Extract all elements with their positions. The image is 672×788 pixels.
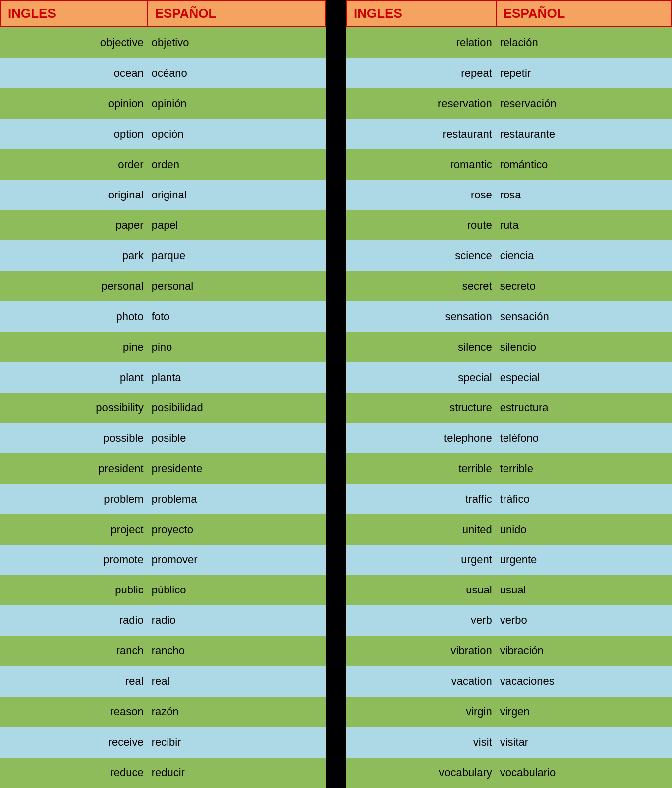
- left-table-row: orderorden: [0, 149, 326, 180]
- right-table-section: INGLES ESPAÑOL relationrelaciónrepeatrep…: [346, 0, 672, 788]
- right-table-row: scienceciencia: [346, 240, 672, 271]
- right-table-row: traffictráfico: [346, 484, 672, 514]
- left-table-body: objectiveobjetivooceanocéanoopinionopini…: [0, 27, 326, 788]
- right-table-row: unitedunido: [346, 514, 672, 545]
- right-cell-english: urgent: [346, 545, 496, 575]
- right-cell-spanish: vacaciones: [496, 666, 672, 697]
- left-cell-english: possible: [0, 423, 148, 453]
- left-table-row: projectproyecto: [0, 514, 326, 545]
- left-cell-english: park: [0, 240, 148, 271]
- left-cell-english: reduce: [0, 758, 148, 788]
- left-cell-spanish: promover: [148, 545, 326, 575]
- right-table-row: vocabularyvocabulario: [346, 758, 672, 788]
- right-cell-spanish: restaurante: [496, 119, 672, 149]
- right-cell-english: traffic: [346, 484, 496, 514]
- left-table-row: oceanocéano: [0, 58, 326, 89]
- right-table-row: sensationsensación: [346, 301, 672, 332]
- left-table-row: realreal: [0, 666, 326, 697]
- left-table-row: radioradio: [0, 605, 326, 636]
- right-cell-english: route: [346, 210, 496, 240]
- left-table-row: plantplanta: [0, 362, 326, 393]
- left-table-row: opinionopinión: [0, 88, 326, 119]
- left-cell-english: ranch: [0, 636, 148, 666]
- right-cell-english: secret: [346, 271, 496, 301]
- right-cell-english: verb: [346, 605, 496, 636]
- right-cell-english: vibration: [346, 636, 496, 666]
- right-cell-spanish: unido: [496, 514, 672, 545]
- page-container: INGLES ESPAÑOL objectiveobjetivooceanocé…: [0, 0, 672, 788]
- left-table-row: photofoto: [0, 301, 326, 332]
- right-cell-english: relation: [346, 27, 496, 58]
- left-cell-english: possibility: [0, 393, 148, 423]
- right-cell-english: reservation: [346, 88, 496, 119]
- right-cell-english: restaurant: [346, 119, 496, 149]
- right-header-english: INGLES: [346, 0, 496, 27]
- right-table-row: relationrelación: [346, 27, 672, 58]
- left-cell-english: ocean: [0, 58, 148, 89]
- left-cell-english: promote: [0, 545, 148, 575]
- right-table-row: secretsecreto: [346, 271, 672, 301]
- left-table-row: pinepino: [0, 332, 326, 362]
- left-header-english: INGLES: [0, 0, 148, 27]
- right-table-row: usualusual: [346, 575, 672, 605]
- left-table-row: originaloriginal: [0, 180, 326, 210]
- left-table: INGLES ESPAÑOL objectiveobjetivooceanocé…: [0, 0, 326, 788]
- left-cell-english: personal: [0, 271, 148, 301]
- right-cell-english: virgin: [346, 697, 496, 727]
- right-cell-english: repeat: [346, 58, 496, 89]
- right-cell-english: vacation: [346, 666, 496, 697]
- right-cell-spanish: romántico: [496, 149, 672, 180]
- left-table-section: INGLES ESPAÑOL objectiveobjetivooceanocé…: [0, 0, 326, 788]
- right-table-row: routeruta: [346, 210, 672, 240]
- right-table-row: terribleterrible: [346, 453, 672, 484]
- left-cell-spanish: planta: [148, 362, 326, 393]
- left-cell-spanish: orden: [148, 149, 326, 180]
- left-cell-spanish: problema: [148, 484, 326, 514]
- left-cell-spanish: presidente: [148, 453, 326, 484]
- right-cell-english: science: [346, 240, 496, 271]
- right-table-row: roserosa: [346, 180, 672, 210]
- left-table-row: problemproblema: [0, 484, 326, 514]
- right-cell-spanish: vibración: [496, 636, 672, 666]
- right-cell-spanish: virgen: [496, 697, 672, 727]
- right-table-row: romanticromántico: [346, 149, 672, 180]
- left-cell-spanish: radio: [148, 605, 326, 636]
- left-cell-spanish: parque: [148, 240, 326, 271]
- left-cell-spanish: pino: [148, 332, 326, 362]
- right-cell-spanish: verbo: [496, 605, 672, 636]
- right-cell-english: structure: [346, 393, 496, 423]
- right-cell-english: united: [346, 514, 496, 545]
- right-cell-spanish: sensación: [496, 301, 672, 332]
- right-cell-spanish: rosa: [496, 180, 672, 210]
- right-table-row: verbverbo: [346, 605, 672, 636]
- left-table-row: ranchrancho: [0, 636, 326, 666]
- right-cell-spanish: tráfico: [496, 484, 672, 514]
- right-table-row: vacationvacaciones: [346, 666, 672, 697]
- right-cell-english: rose: [346, 180, 496, 210]
- left-cell-english: pine: [0, 332, 148, 362]
- right-table-row: visitvisitar: [346, 727, 672, 758]
- left-table-row: presidentpresidente: [0, 453, 326, 484]
- right-cell-spanish: ruta: [496, 210, 672, 240]
- right-cell-spanish: ciencia: [496, 240, 672, 271]
- left-cell-english: receive: [0, 727, 148, 758]
- left-cell-english: opinion: [0, 88, 148, 119]
- right-table-row: vibrationvibración: [346, 636, 672, 666]
- left-cell-spanish: razón: [148, 697, 326, 727]
- right-cell-spanish: relación: [496, 27, 672, 58]
- right-cell-english: visit: [346, 727, 496, 758]
- right-cell-spanish: vocabulario: [496, 758, 672, 788]
- left-cell-english: order: [0, 149, 148, 180]
- left-cell-spanish: personal: [148, 271, 326, 301]
- right-header-spanish: ESPAÑOL: [496, 0, 672, 27]
- left-cell-english: plant: [0, 362, 148, 393]
- left-cell-english: radio: [0, 605, 148, 636]
- left-cell-spanish: opción: [148, 119, 326, 149]
- left-cell-english: objective: [0, 27, 148, 58]
- left-cell-spanish: posibilidad: [148, 393, 326, 423]
- left-cell-spanish: original: [148, 180, 326, 210]
- left-cell-spanish: océano: [148, 58, 326, 89]
- right-cell-english: vocabulary: [346, 758, 496, 788]
- left-cell-spanish: recibir: [148, 727, 326, 758]
- right-table-row: silencesilencio: [346, 332, 672, 362]
